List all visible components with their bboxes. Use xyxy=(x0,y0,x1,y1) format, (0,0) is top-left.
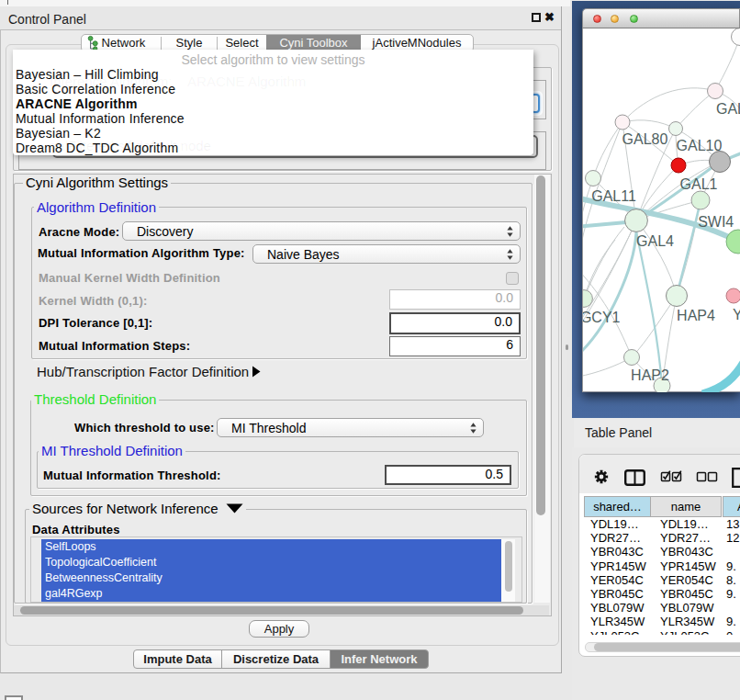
svg-text:GAL10: GAL10 xyxy=(677,138,723,153)
svg-text:HAP4: HAP4 xyxy=(677,308,715,323)
svg-text:GAL1: GAL1 xyxy=(680,176,718,192)
svg-text:HAP2: HAP2 xyxy=(631,367,669,383)
svg-text:GAL11: GAL11 xyxy=(591,188,636,204)
svg-text:GCY1: GCY1 xyxy=(583,310,621,325)
svg-text:GAL80: GAL80 xyxy=(622,131,668,147)
svg-text:GAL4: GAL4 xyxy=(636,233,674,249)
svg-text:GAL: GAL xyxy=(716,101,740,117)
svg-text:SWI4: SWI4 xyxy=(698,214,734,230)
svg-text:Y: Y xyxy=(733,307,740,322)
